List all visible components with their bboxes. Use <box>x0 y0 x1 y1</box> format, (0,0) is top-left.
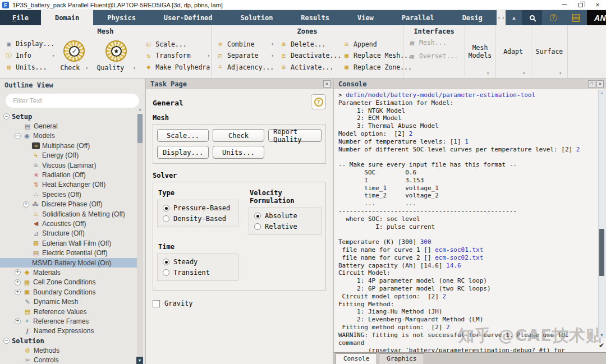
tree-item-heat-exchanger-off[interactable]: ⇅Heat Exchanger (Off) <box>0 180 145 190</box>
ribbon-quality-button[interactable]: ★ Quality▾ <box>93 35 140 78</box>
radio-density-based[interactable]: Density-Based <box>163 215 233 223</box>
radio-relative[interactable]: Relative <box>254 223 316 231</box>
tree-item-structure-off[interactable]: ⊿Structure (Off) <box>0 229 145 238</box>
ribbon-item-units[interactable]: ▥Units... <box>4 63 54 71</box>
radio-absolute[interactable]: Absolute <box>254 212 316 220</box>
scroll-up-icon[interactable]: ▲ <box>137 107 143 111</box>
console-undock-icon[interactable]: ❐ <box>588 80 595 87</box>
radio-pressure-based[interactable]: Pressure-Based <box>163 204 233 212</box>
tree-item-boundary-conditions[interactable]: +▣Boundary Conditions <box>0 287 145 297</box>
console-output[interactable]: > defin/model/battery-model/parameter-es… <box>334 89 606 352</box>
tab-user-defined[interactable]: User-Defined <box>150 10 227 25</box>
help-button[interactable]: ? <box>542 14 564 21</box>
journal-button[interactable] <box>564 14 587 22</box>
radio-steady[interactable]: Steady <box>163 258 233 266</box>
ribbon-group-surface[interactable]: Surface▾ <box>531 25 568 78</box>
check-button[interactable]: Check <box>213 129 264 142</box>
search-button[interactable] <box>522 10 542 25</box>
collapse-icon[interactable]: − <box>3 338 10 344</box>
tree-item-electric-potential-off[interactable]: ▤Electric Potential (Off) <box>0 248 145 257</box>
ribbon-group-mesh-models[interactable]: Mesh Models▾ <box>465 25 495 78</box>
collapse-icon[interactable]: − <box>15 133 21 139</box>
scroll-down-icon[interactable]: ▼ <box>136 357 143 364</box>
expand-icon[interactable]: + <box>15 269 21 275</box>
tree-item-cell-zone-conditions[interactable]: +▦Cell Zone Conditions <box>0 278 145 287</box>
tab-desig[interactable]: Desig <box>448 10 497 25</box>
ribbon-item-mesh[interactable]: ▦Mesh... <box>408 39 463 47</box>
ribbon-item-overset[interactable]: ▩Overset... <box>408 52 463 60</box>
tree-item-solution[interactable]: −Solution <box>0 336 145 345</box>
ribbon-item-make-polyhedra[interactable]: ◆Make Polyhedra <box>144 63 210 71</box>
tree-item-named-expressions[interactable]: ƒNamed Expressions <box>0 326 145 336</box>
tab-view[interactable]: View <box>343 10 388 25</box>
console-close-icon[interactable]: ✕ <box>596 80 604 87</box>
tree-item-species-off[interactable]: ∴Species (Off) <box>0 190 145 199</box>
tab-parallel[interactable]: Parallel <box>388 10 448 25</box>
tree-item-setup[interactable]: −Setup <box>0 112 145 121</box>
tab-file[interactable]: File <box>0 10 41 25</box>
console-tab-graphics[interactable]: Graphics <box>379 353 424 364</box>
scroll-up-icon[interactable]: ▲ <box>599 91 605 95</box>
scroll-down-icon[interactable]: ▼ <box>599 333 605 337</box>
tree-item-multiphase-off[interactable]: ≈Multiphase (Off) <box>0 141 145 150</box>
ribbon-item-replace-mesh[interactable]: ▦Replace Mesh... <box>342 52 412 59</box>
filter-text-input[interactable] <box>6 94 139 108</box>
ribbon-check-button[interactable]: ✓ Check▾ <box>56 35 93 78</box>
tab-solution[interactable]: Solution <box>227 10 287 25</box>
tree-item-radiation-off[interactable]: ✳Radiation (Off) <box>0 170 145 179</box>
restore-button[interactable] <box>572 0 589 10</box>
tree-item-general[interactable]: ▤General <box>0 121 145 131</box>
outline-scrollbar[interactable]: ▲ ▼ <box>137 114 143 364</box>
collapse-icon[interactable]: − <box>3 113 10 119</box>
help-page-button[interactable]: ? <box>311 94 326 109</box>
tree-item-msmd-battery-model-on[interactable]: MSMD Battery Model (On) <box>0 258 137 268</box>
tree-item-reference-values[interactable]: ▤Reference Values <box>0 307 145 316</box>
tab-results[interactable]: Results <box>287 10 343 25</box>
ribbon-item-replace-zone[interactable]: ▩Replace Zone... <box>342 63 412 71</box>
console-scrollbar-thumb[interactable] <box>599 229 604 276</box>
ribbon-item-scale[interactable]: ◱Scale... <box>144 40 210 48</box>
expand-icon[interactable]: + <box>23 201 29 208</box>
ribbon-item-delete[interactable]: ⊠Delete... <box>279 40 337 48</box>
ribbon-item-combine[interactable]: ⊕Combine▾ <box>216 40 274 48</box>
expand-icon[interactable]: + <box>15 279 21 285</box>
tree-item-solidification-melting-off[interactable]: ♨Solidification & Melting (Off) <box>0 209 145 219</box>
console-tab-console[interactable]: Console <box>336 353 377 364</box>
tree-item-eulerian-wall-film-off[interactable]: ▦Eulerian Wall Film (Off) <box>0 238 145 248</box>
expand-icon[interactable]: + <box>15 318 21 324</box>
tree-item-viscous-laminar[interactable]: ≋Viscous (Laminar) <box>0 160 145 170</box>
ribbon-item-separate[interactable]: ◰Separate▾ <box>216 52 274 59</box>
tree-item-methods[interactable]: ⚙Methods <box>0 345 145 355</box>
gravity-checkbox[interactable] <box>153 300 160 307</box>
ribbon-item-activate[interactable]: ⊞Activate... <box>279 63 337 71</box>
tree-item-materials[interactable]: +◆Materials <box>0 268 145 277</box>
tree-item-energy-off[interactable]: ϟEnergy (Off) <box>0 151 145 160</box>
tab-scroll-arrows[interactable]: ‹ › <box>497 10 506 25</box>
console-scrollbar[interactable]: ▲ ▼ <box>598 90 605 338</box>
outline-scrollbar-thumb[interactable] <box>137 114 143 143</box>
expand-icon[interactable]: + <box>15 289 21 295</box>
task-page-close-icon[interactable]: ✕ <box>323 80 330 87</box>
collapse-ribbon-button[interactable]: ▲ <box>506 15 522 21</box>
tree-item-acoustics-off[interactable]: ◀Acoustics (Off) <box>0 219 145 228</box>
tab-physics[interactable]: Physics <box>93 10 150 25</box>
tree-item-controls[interactable]: ✂Controls <box>0 356 145 364</box>
ribbon-item-deactivate[interactable]: ⊟Deactivate... <box>279 52 337 59</box>
units-button[interactable]: Units... <box>213 146 264 159</box>
tab-scroll-left-icon[interactable]: ‹ <box>498 15 500 21</box>
tree-item-reference-frames[interactable]: +⌖Reference Frames <box>0 316 145 326</box>
ribbon-item-info[interactable]: ⓘInfo▾ <box>4 52 54 60</box>
tree-item-models[interactable]: −◉Models <box>0 131 145 141</box>
tree-item-dynamic-mesh[interactable]: ✎Dynamic Mesh <box>0 297 145 306</box>
ribbon-item-adjacency[interactable]: ⌗Adjacency... <box>216 63 274 71</box>
radio-transient[interactable]: Transient <box>163 269 233 277</box>
tree-item-discrete-phase-off[interactable]: +⁂Discrete Phase (Off) <box>0 200 145 209</box>
ribbon-group-adapt[interactable]: Adapt▾ <box>495 25 531 78</box>
ribbon-item-append[interactable]: ⊡Append▾ <box>342 40 412 48</box>
minimize-button[interactable] <box>556 0 572 10</box>
ribbon-item-display[interactable]: ▣Display... <box>4 40 54 48</box>
tab-scroll-right-icon[interactable]: › <box>502 15 504 21</box>
ribbon-item-transform[interactable]: ↻Transform▾ <box>144 52 210 59</box>
scale-button[interactable]: Scale... <box>157 129 209 142</box>
tab-domain[interactable]: Domain <box>41 10 93 25</box>
